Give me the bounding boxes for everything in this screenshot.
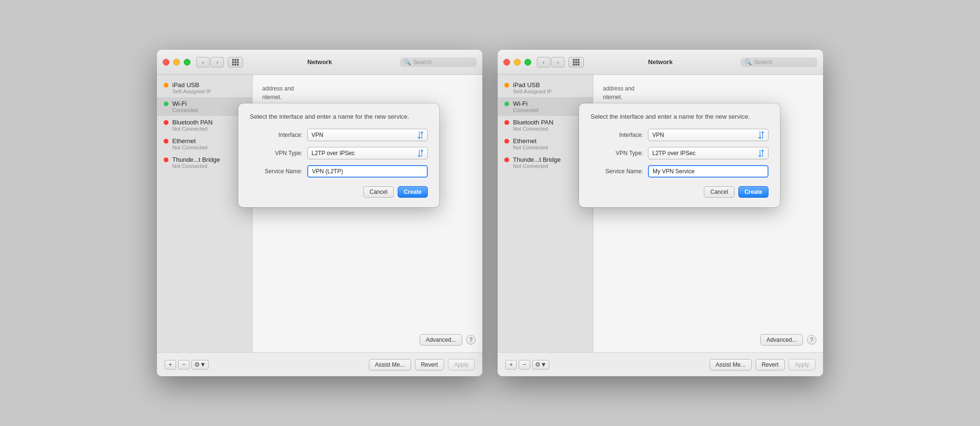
item-status-0: Self-Assigned IP <box>172 89 246 94</box>
item-status-4: Not Connected <box>513 163 587 169</box>
interface-row: Interface: VPN ⮃ <box>590 129 768 141</box>
service-name-row: Service Name: <box>250 165 428 178</box>
grid-view-button[interactable] <box>568 57 584 67</box>
service-name-label: Service Name: <box>590 168 643 175</box>
status-dot-3 <box>164 139 168 144</box>
service-name-input[interactable] <box>648 165 768 178</box>
add-service-button[interactable]: + <box>165 360 176 370</box>
grid-icon <box>573 59 579 66</box>
cancel-button[interactable]: Cancel <box>704 186 734 198</box>
revert-button[interactable]: Revert <box>756 359 785 370</box>
vpn-type-select[interactable]: L2TP over IPSec <box>648 147 768 159</box>
item-status-1: Connected <box>172 107 246 113</box>
item-name-0: iPad USB <box>513 81 540 89</box>
help-button[interactable]: ? <box>807 335 816 345</box>
dialog-title: Select the interface and enter a name fo… <box>590 113 768 120</box>
remove-service-button[interactable]: − <box>519 360 530 370</box>
help-button[interactable]: ? <box>466 335 476 345</box>
close-button[interactable] <box>503 59 510 66</box>
create-button[interactable]: Create <box>398 186 428 198</box>
grid-view-button[interactable] <box>228 57 243 67</box>
maximize-button[interactable] <box>184 59 190 66</box>
status-dot-0 <box>164 83 168 88</box>
action-menu-button[interactable]: ⚙▼ <box>532 360 549 370</box>
forward-button[interactable]: › <box>211 57 224 67</box>
window-right: ‹ › Network 🔍 Search iPad USB Self-Assig… <box>498 50 823 376</box>
forward-button[interactable]: › <box>551 57 565 67</box>
titlebar: ‹ › Network 🔍 Search <box>157 50 482 75</box>
vpn-type-label: VPN Type: <box>250 150 302 157</box>
search-bar[interactable]: 🔍 Search <box>741 57 817 67</box>
dialog-title: Select the interface and enter a name fo… <box>250 113 428 120</box>
status-dot-1 <box>164 101 168 106</box>
interface-select[interactable]: VPN <box>307 129 428 141</box>
status-dot-1 <box>504 101 509 106</box>
add-service-button[interactable]: + <box>505 360 517 370</box>
traffic-lights <box>503 59 531 66</box>
interface-label: Interface: <box>250 132 302 138</box>
bottom-bar: + − ⚙▼ Assist Me... Revert Apply <box>157 352 482 376</box>
vpn-type-select-wrapper[interactable]: L2TP over IPSec ⮃ <box>648 147 768 159</box>
item-name-2: Bluetooth PAN <box>513 119 553 126</box>
item-status-2: Not Connected <box>172 126 246 132</box>
window-body: iPad USB Self-Assigned IP Wi-Fi Connecte… <box>157 75 482 352</box>
service-name-input[interactable] <box>307 165 428 178</box>
bottom-bar-left: + − ⚙▼ <box>505 360 549 370</box>
cancel-button[interactable]: Cancel <box>363 186 393 198</box>
action-menu-button[interactable]: ⚙▼ <box>191 360 209 370</box>
grid-icon <box>232 59 239 66</box>
apply-button[interactable]: Apply <box>789 359 815 370</box>
status-dot-4 <box>504 157 509 162</box>
assist-me-button[interactable]: Assist Me... <box>369 359 411 370</box>
item-name-3: Ethernet <box>172 137 196 145</box>
sidebar-item-0[interactable]: iPad USB Self-Assigned IP <box>498 78 593 97</box>
vpn-type-select[interactable]: L2TP over IPSec <box>307 147 428 159</box>
service-name-label: Service Name: <box>250 168 302 175</box>
nav-buttons: ‹ › <box>537 57 565 67</box>
item-status-1: Connected <box>513 107 587 113</box>
vpn-type-row: VPN Type: L2TP over IPSec ⮃ <box>590 147 768 159</box>
item-name-0: iPad USB <box>172 81 199 89</box>
info-text: address andnternet. <box>262 84 473 101</box>
search-placeholder: Search <box>413 59 432 66</box>
item-status-3: Not Connected <box>172 145 246 150</box>
advanced-button[interactable]: Advanced... <box>420 334 462 346</box>
advanced-button[interactable]: Advanced... <box>760 334 803 346</box>
status-dot-0 <box>504 83 509 88</box>
vpn-type-row: VPN Type: L2TP over IPSec ⮃ <box>250 147 428 159</box>
window-title: Network <box>307 58 332 66</box>
window-body: iPad USB Self-Assigned IP Wi-Fi Connecte… <box>498 75 823 352</box>
vpn-type-select-wrapper[interactable]: L2TP over IPSec ⮃ <box>307 147 428 159</box>
back-button[interactable]: ‹ <box>537 57 550 67</box>
status-dot-4 <box>164 157 168 162</box>
search-icon: 🔍 <box>745 59 752 66</box>
close-button[interactable] <box>163 59 169 66</box>
interface-select[interactable]: VPN <box>648 129 768 141</box>
minimize-button[interactable] <box>514 59 521 66</box>
search-icon: 🔍 <box>404 59 411 66</box>
item-status-4: Not Connected <box>172 163 246 169</box>
item-status-2: Not Connected <box>513 126 587 132</box>
revert-button[interactable]: Revert <box>415 359 444 370</box>
interface-label: Interface: <box>590 132 643 138</box>
back-button[interactable]: ‹ <box>196 57 210 67</box>
info-text: address andnternet. <box>603 84 813 101</box>
create-button[interactable]: Create <box>738 186 768 198</box>
apply-button[interactable]: Apply <box>448 359 475 370</box>
sidebar-item-0[interactable]: iPad USB Self-Assigned IP <box>157 78 252 97</box>
new-service-dialog: Select the interface and enter a name fo… <box>238 103 439 207</box>
assist-me-button[interactable]: Assist Me... <box>710 359 752 370</box>
traffic-lights <box>163 59 190 66</box>
maximize-button[interactable] <box>524 59 531 66</box>
search-bar[interactable]: 🔍 Search <box>400 57 477 67</box>
item-name-4: Thunde...t Bridge <box>513 156 561 163</box>
interface-select-wrapper[interactable]: VPN ⮃ <box>648 129 768 141</box>
interface-select-wrapper[interactable]: VPN ⮃ <box>307 129 428 141</box>
item-name-3: Ethernet <box>513 137 536 145</box>
minimize-button[interactable] <box>173 59 180 66</box>
dialog-buttons: Cancel Create <box>590 186 768 198</box>
item-status-0: Self-Assigned IP <box>513 89 587 94</box>
item-name-2: Bluetooth PAN <box>172 119 212 126</box>
remove-service-button[interactable]: − <box>178 360 189 370</box>
item-status-3: Not Connected <box>513 145 587 150</box>
